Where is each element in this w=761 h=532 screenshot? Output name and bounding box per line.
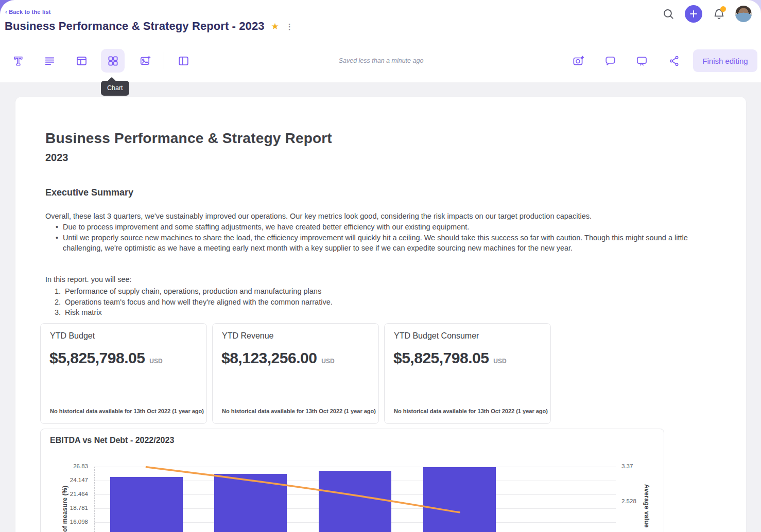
- chart-bar: [214, 474, 287, 532]
- chart-title: EBITDA vs Net Debt - 2022/2023: [50, 436, 174, 445]
- list-item: Risk matrix: [55, 307, 714, 318]
- left-axis-tick: 21.464: [64, 491, 88, 497]
- presentation-icon: [635, 55, 648, 67]
- intro-paragraph: Overall, these last 3 quarters, we've su…: [45, 211, 716, 222]
- toolbar-divider: [164, 52, 164, 69]
- chart-blocks-icon: [107, 55, 119, 67]
- y-axis-line: [94, 467, 95, 532]
- comment-icon: [604, 55, 617, 67]
- metric-cards-row: YTD Budget $5,825,798.05 USD No historic…: [40, 323, 551, 424]
- table-icon: [75, 55, 88, 67]
- image-add-icon: [139, 55, 152, 67]
- toolbar-table-button[interactable]: [70, 49, 93, 73]
- notification-dot: [720, 6, 726, 12]
- metric-value: $5,825,798.05: [393, 349, 489, 367]
- right-axis-tick: 3.37: [621, 463, 633, 469]
- list-item: Until we properly source new machines to…: [51, 233, 716, 254]
- toolbar-present-button[interactable]: [630, 49, 653, 73]
- chart-bar: [110, 477, 183, 532]
- align-icon: [43, 55, 56, 67]
- metric-card-ytd-revenue[interactable]: YTD Revenue $8,123,256.00 USD No histori…: [212, 323, 379, 424]
- toolbar-align-button[interactable]: [38, 49, 61, 73]
- list-item: Operations team's focus and how well the…: [55, 297, 714, 308]
- favorite-star-icon[interactable]: ★: [271, 21, 279, 32]
- document-subtitle: 2023: [45, 152, 68, 164]
- plus-icon: [688, 8, 699, 20]
- chart-tooltip: Chart: [101, 81, 129, 96]
- gridline: [94, 467, 616, 467]
- metric-currency: USD: [493, 358, 506, 365]
- metric-value: $5,825,798.05: [49, 349, 145, 367]
- metric-currency: USD: [149, 358, 162, 365]
- more-options-icon[interactable]: ⋮: [286, 23, 293, 30]
- left-axis-tick: 26.83: [64, 463, 88, 469]
- metric-footnote: No historical data available for 13th Oc…: [394, 408, 548, 414]
- metric-footnote: No historical data available for 13th Oc…: [50, 408, 204, 414]
- list-item: Due to process improvement and some staf…: [51, 222, 716, 233]
- app-window: ‹ Back to the list Business Performance …: [0, 0, 761, 532]
- document-header: Business Performance & Strategy Report -…: [5, 20, 293, 33]
- metric-card-ytd-budget[interactable]: YTD Budget $5,825,798.05 USD No historic…: [40, 323, 207, 424]
- notifications-button[interactable]: [710, 5, 728, 23]
- metric-label: YTD Budget Consumer: [394, 331, 479, 341]
- right-axis-tick: 2.528: [621, 498, 636, 504]
- chart-bar: [319, 471, 391, 532]
- text-icon: [12, 55, 25, 67]
- report-list-intro: In this report. you will see:: [45, 275, 132, 283]
- share-icon: [668, 55, 681, 67]
- left-axis-tick: 16.098: [64, 519, 88, 525]
- toolbar-chart-button[interactable]: [101, 49, 125, 73]
- list-item: Performance of supply chain, operations,…: [55, 286, 714, 297]
- metric-currency: USD: [321, 358, 334, 365]
- bullet-list: Due to process improvement and some staf…: [51, 222, 716, 254]
- metric-value: $8,123,256.00: [221, 349, 317, 367]
- right-axis-label: Average value: [643, 484, 650, 532]
- global-actions: [660, 5, 752, 23]
- back-chevron-icon: ‹: [5, 9, 7, 15]
- left-axis-tick: 18.781: [64, 505, 88, 511]
- finish-editing-button[interactable]: Finish editing: [693, 49, 757, 72]
- toolbar-share-button[interactable]: [662, 49, 686, 73]
- toolbar-camera-button[interactable]: [566, 49, 590, 73]
- numbered-list: Performance of supply chain, operations,…: [55, 286, 714, 318]
- camera-add-icon: [572, 55, 585, 67]
- document-title: Business Performance & Strategy Report: [45, 130, 332, 147]
- toolbar-text-button[interactable]: [6, 49, 30, 73]
- left-axis-tick: 24.147: [64, 477, 88, 483]
- search-icon: [662, 7, 675, 21]
- page-title: Business Performance & Strategy Report -…: [5, 20, 265, 33]
- columns-icon: [177, 55, 190, 67]
- toolbar-image-button[interactable]: [133, 49, 157, 73]
- create-new-button[interactable]: [685, 5, 702, 23]
- metric-footnote: No historical data available for 13th Oc…: [222, 408, 376, 414]
- avatar[interactable]: [735, 6, 752, 22]
- metric-label: YTD Revenue: [222, 331, 274, 341]
- chart-card[interactable]: EBITDA vs Net Debt - 2022/2023 Unit of m…: [40, 429, 664, 532]
- search-button[interactable]: [660, 5, 677, 23]
- metric-label: YTD Budget: [50, 331, 95, 341]
- toolbar-comment-button[interactable]: [598, 49, 622, 73]
- chart-bar: [423, 467, 496, 532]
- section-heading: Executive Summary: [45, 187, 133, 198]
- metric-card-ytd-budget-consumer[interactable]: YTD Budget Consumer $5,825,798.05 USD No…: [384, 323, 551, 424]
- saved-status: Saved less than a minute ago: [309, 57, 453, 64]
- toolbar-columns-button[interactable]: [171, 49, 195, 73]
- back-to-list-link[interactable]: ‹ Back to the list: [5, 9, 51, 15]
